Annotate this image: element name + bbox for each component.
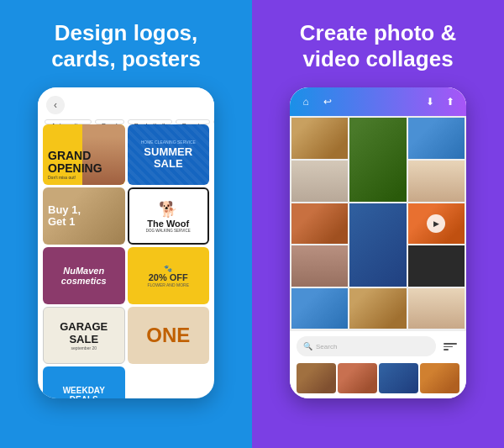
garage-label: GARAGESALE: [60, 320, 108, 345]
left-panel: Design logos,cards, posters ‹ Automotive…: [0, 0, 252, 448]
thumb-sea[interactable]: [379, 363, 418, 393]
collage-cell-extra1: [291, 288, 348, 329]
search-placeholder: Search: [316, 343, 337, 350]
collage-cell-dark: [408, 245, 465, 287]
numaven-label: NuMavencosmetics: [61, 266, 107, 286]
paw-icon: 🐾: [164, 265, 172, 272]
right-phone-topbar: ⌂ ↩ ⬇ ⬆: [290, 87, 466, 116]
card-one[interactable]: ONE: [128, 307, 210, 364]
thumbnail-grid: [290, 361, 466, 398]
search-icon: 🔍: [303, 342, 312, 350]
grand-opening-sub: Don't miss out!: [48, 175, 102, 180]
phone-top-bar: ‹: [38, 87, 214, 119]
buyone-label: Buy 1,Get 1: [48, 204, 81, 229]
back-arrow-icon[interactable]: ‹: [46, 96, 65, 114]
collage-cell-coffee: [291, 118, 348, 159]
collage-cell-portrait: [291, 245, 348, 287]
collage-cell-palm: [349, 118, 406, 201]
search-area: 🔍 Search: [290, 330, 466, 361]
collage-cell-dress: [291, 161, 348, 202]
card-garage-sale[interactable]: GARAGESALE september 20: [43, 307, 125, 364]
search-bar[interactable]: 🔍 Search: [297, 336, 436, 356]
right-title: Create photo &video collages: [300, 20, 456, 72]
weekday-label: WEEKDAYDEALS: [63, 386, 105, 398]
collage-cell-ocean: [349, 203, 406, 287]
left-phone-mockup: ‹ Automotive Band Basketball Beauty Cafe…: [38, 87, 214, 398]
20off-sub: FLOWER AND MORE: [148, 282, 189, 287]
card-grand-opening[interactable]: GRANDOPENING Don't miss out!: [43, 124, 125, 185]
collage-cell-beach: [408, 118, 465, 159]
grand-opening-label: GRANDOPENING: [48, 150, 102, 176]
right-panel: Create photo &video collages ⌂ ↩ ⬇ ⬆: [252, 0, 504, 448]
card-numaven[interactable]: NuMavencosmetics: [43, 247, 125, 304]
template-grid: GRANDOPENING Don't miss out! HOME CLEANI…: [38, 124, 214, 398]
20off-label: 20% OFF: [149, 272, 188, 282]
woof-dog-icon: 🐕: [159, 200, 177, 219]
collage-area: ▶: [290, 116, 466, 330]
collage-cell-woman: [408, 161, 465, 202]
thumb-coffee-cup[interactable]: [297, 363, 336, 393]
filter-icon[interactable]: [441, 337, 459, 356]
card-buy-one-get-one[interactable]: Buy 1,Get 1: [43, 187, 125, 245]
left-title: Design logos,cards, posters: [51, 20, 201, 72]
woof-sub: DOG WALKING SERVICE: [146, 229, 191, 233]
play-button[interactable]: ▶: [427, 214, 445, 233]
card-the-woof[interactable]: 🐕 The Woof DOG WALKING SERVICE: [128, 187, 210, 245]
collage-cell-extra2: [349, 288, 406, 329]
home-icon[interactable]: ⌂: [298, 94, 313, 109]
collage-cell-orange: ▶: [408, 203, 465, 245]
thumb-salad[interactable]: [338, 363, 377, 393]
share-icon[interactable]: ⬆: [443, 94, 458, 109]
collage-cell-food: [291, 203, 348, 245]
undo-icon[interactable]: ↩: [320, 94, 335, 109]
collage-cell-extra3: [408, 288, 465, 329]
thumb-door[interactable]: [420, 363, 459, 393]
card-20-percent-off[interactable]: 🐾 20% OFF FLOWER AND MORE: [128, 247, 210, 304]
garage-sub: september 20: [71, 345, 97, 350]
right-phone-mockup: ⌂ ↩ ⬇ ⬆ ▶: [290, 87, 466, 398]
download-icon[interactable]: ⬇: [423, 94, 438, 109]
woof-title: The Woof: [147, 219, 189, 229]
card-summer-sale[interactable]: HOME CLEANING SERVICE SUMMERSALE: [128, 124, 210, 185]
card-weekday-deals[interactable]: WEEKDAYDEALS: [43, 366, 125, 398]
one-label: ONE: [146, 324, 190, 347]
